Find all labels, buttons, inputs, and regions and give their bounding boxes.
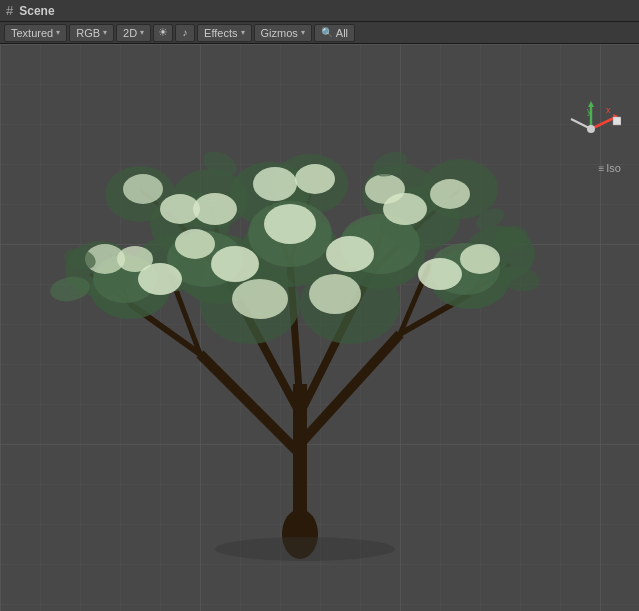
gizmos-label: Gizmos <box>261 27 298 39</box>
svg-point-81 <box>587 125 595 133</box>
effects-dropdown[interactable]: Effects ▾ <box>197 24 251 42</box>
tree-container <box>50 104 550 584</box>
viewport: y x ≡ Iso <box>0 44 639 611</box>
svg-point-50 <box>175 229 215 259</box>
svg-point-59 <box>460 244 500 274</box>
svg-line-78 <box>591 117 616 129</box>
tree-svg <box>50 104 550 584</box>
menu-lines-icon: ≡ <box>598 163 604 174</box>
iso-label[interactable]: ≡ Iso <box>598 162 621 174</box>
title-bar: # Scene <box>0 0 639 22</box>
svg-point-66 <box>365 174 405 204</box>
svg-point-53 <box>264 204 316 244</box>
color-space-arrow: ▾ <box>103 28 107 37</box>
svg-point-58 <box>418 258 462 290</box>
svg-point-61 <box>430 179 470 209</box>
effects-label: Effects <box>204 27 237 39</box>
svg-point-54 <box>253 167 297 201</box>
search-icon: 🔍 <box>321 27 333 38</box>
svg-point-64 <box>309 274 361 314</box>
gizmo-svg: y x <box>561 99 621 159</box>
search-placeholder: All <box>336 27 348 39</box>
dimension-dropdown[interactable]: 2D ▾ <box>116 24 151 42</box>
scene-title: Scene <box>19 4 54 18</box>
svg-point-62 <box>160 194 200 224</box>
svg-line-5 <box>200 354 300 454</box>
gizmo[interactable]: y x <box>561 99 621 159</box>
svg-point-56 <box>326 236 374 272</box>
effects-arrow: ▾ <box>241 28 245 37</box>
svg-point-51 <box>211 246 259 282</box>
svg-point-67 <box>123 174 163 204</box>
color-space-dropdown[interactable]: RGB ▾ <box>69 24 114 42</box>
svg-point-63 <box>232 279 288 319</box>
search-box[interactable]: 🔍 All <box>314 24 355 42</box>
svg-point-55 <box>295 164 335 194</box>
svg-rect-82 <box>613 117 621 125</box>
view-mode-label: Textured <box>11 27 53 39</box>
svg-point-75 <box>215 537 395 561</box>
dimension-label: 2D <box>123 27 137 39</box>
audio-button[interactable]: ♪ <box>175 24 195 42</box>
dimension-arrow: ▾ <box>140 28 144 37</box>
view-mode-dropdown[interactable]: Textured ▾ <box>4 24 67 42</box>
gizmos-arrow: ▾ <box>301 28 305 37</box>
sun-button[interactable]: ☀ <box>153 24 173 42</box>
toolbar: Textured ▾ RGB ▾ 2D ▾ ☀ ♪ Effects ▾ Gizm… <box>0 22 639 44</box>
svg-text:y: y <box>587 106 592 116</box>
hash-icon: # <box>6 3 13 18</box>
iso-text: Iso <box>606 162 621 174</box>
audio-icon: ♪ <box>183 27 188 38</box>
view-mode-arrow: ▾ <box>56 28 60 37</box>
gizmos-dropdown[interactable]: Gizmos ▾ <box>254 24 312 42</box>
color-space-label: RGB <box>76 27 100 39</box>
svg-text:x: x <box>606 105 611 115</box>
sun-icon: ☀ <box>158 26 168 39</box>
